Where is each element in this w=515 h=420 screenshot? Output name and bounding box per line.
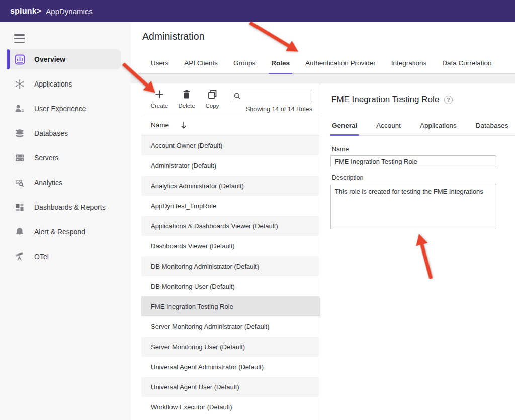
role-name: Server Monitoring Administrator (Default… [151,323,270,330]
tab-data-correlation[interactable]: Data Correlation [442,53,491,73]
copy-label: Copy [206,103,219,109]
tab-general[interactable]: General [332,116,357,135]
showing-count: Showing 14 of 14 Roles [246,106,312,113]
sidebar-item-alert-respond[interactable]: Alert & Respond [8,222,121,242]
sidebar-item-label: Overview [34,55,65,63]
sidebar-item-otel[interactable]: OTel [8,246,121,267]
help-icon[interactable]: ? [444,96,453,104]
tab-api-clients[interactable]: API Clients [184,53,218,73]
servers-icon [14,152,25,163]
sidebar-item-user-experience[interactable]: User Experience [8,99,121,119]
sidebar-item-databases[interactable]: Databases [8,123,121,143]
roles-search[interactable] [230,90,312,102]
table-row[interactable]: Server Monitoring Administrator (Default… [141,316,320,337]
table-row[interactable]: Server Monitoring User (Default) [141,337,320,357]
sidebar-item-dashboards-reports[interactable]: Dashboards & Reports [8,197,121,217]
table-row[interactable]: Account Owner (Default) [141,135,320,155]
overview-icon [14,54,25,65]
topbar: splunk> AppDynamics [0,0,515,22]
table-row[interactable]: Universal Agent User (Default) [141,377,320,397]
name-column-label: Name [151,121,169,129]
role-detail-title: FME Inegration Testing Role [331,95,439,105]
sidebar-item-label: Databases [34,129,68,137]
role-name: Server Monitoring User (Default) [151,343,245,351]
delete-button[interactable]: Delete [175,89,198,109]
sidebar-item-servers[interactable]: Servers [8,148,121,168]
table-row[interactable]: DB Monitoring User (Default) [141,276,320,296]
role-name: AppDynTest_TmpRole [151,202,216,210]
tab-groups[interactable]: Groups [233,53,255,73]
tab-users[interactable]: Users [151,53,168,73]
copy-icon [208,89,217,100]
description-field-label: Description [332,174,364,181]
role-name: Analytics Administrator (Default) [151,182,244,190]
roles-list-panel: Create Delete [141,83,320,420]
create-label: Create [151,103,168,109]
databases-icon [14,128,25,139]
tab-integrations[interactable]: Integrations [391,53,427,73]
sidebar: Overview Appli [0,22,131,420]
table-row[interactable]: Analytics Administrator (Default) [141,176,320,196]
tab-applications[interactable]: Applications [420,116,457,135]
sidebar-item-analytics[interactable]: Analytics [8,173,121,193]
table-row[interactable]: Universal Agent Administrator (Default) [141,357,320,377]
table-row[interactable]: AppDynTest_TmpRole [141,196,320,216]
sidebar-item-label: OTel [34,253,49,261]
role-detail-tabs: General Account Applications Databases [330,116,515,136]
search-input[interactable] [241,90,312,102]
tab-authentication-provider[interactable]: Authentication Provider [305,53,376,73]
role-description-textarea[interactable]: This role is created for testing the FME… [330,184,496,229]
sidebar-item-label: User Experience [34,105,87,113]
roles-toolbar: Create Delete [141,83,320,115]
sidebar-item-label: Applications [34,80,72,88]
sidebar-item-label: Dashboards & Reports [34,203,106,211]
role-name: DB Monitoring Administrator (Default) [151,263,259,270]
delete-label: Delete [178,103,195,109]
role-name: Applications & Dashboards Viewer (Defaul… [151,222,278,230]
alert-bell-icon [14,226,25,237]
main-content: Administration Users API Clients Groups … [131,22,515,420]
sidebar-item-label: Analytics [34,179,62,187]
copy-button[interactable]: Copy [201,89,224,109]
sort-descending-icon[interactable] [180,121,187,129]
table-row[interactable]: Administrator (Default) [141,155,320,176]
table-row[interactable]: Applications & Dashboards Viewer (Defaul… [141,216,320,236]
administration-tabs: Users API Clients Groups Roles Authentic… [138,53,515,74]
page-title: Administration [142,31,205,42]
table-row[interactable]: Workflow Executor (Default) [141,397,320,417]
name-column-header[interactable]: Name [141,115,320,135]
sidebar-item-overview[interactable]: Overview [8,49,121,69]
table-row-selected[interactable]: FME Inegration Testing Role [141,296,320,316]
table-row[interactable]: Dashboards Viewer (Default) [141,236,320,256]
dashboards-icon [14,202,25,213]
user-experience-icon [14,103,25,114]
sidebar-item-label: Servers [34,154,58,162]
role-name: DB Monitoring User (Default) [151,283,235,290]
table-row[interactable]: DB Monitoring Administrator (Default) [141,256,320,276]
app-screen: splunk> AppDynamics Overview [0,0,515,420]
tab-roles[interactable]: Roles [271,53,290,73]
role-name: Workflow Executor (Default) [151,403,232,411]
section-divider-band [131,74,515,83]
applications-icon [14,78,25,90]
tab-databases[interactable]: Databases [476,116,508,135]
role-name: Universal Agent User (Default) [151,383,239,391]
tab-account[interactable]: Account [376,116,401,135]
role-name: Administrator (Default) [151,162,216,170]
create-button[interactable]: Create [148,89,171,109]
hamburger-menu-icon[interactable] [14,34,25,43]
role-name-input[interactable] [330,155,496,167]
active-accent-bar [7,49,10,69]
role-name: Account Owner (Default) [151,142,222,149]
product-name: AppDynamics [46,7,93,16]
name-field-label: Name [332,146,349,153]
role-name: FME Inegration Testing Role [151,303,233,310]
plus-icon [155,89,164,100]
role-detail-panel: FME Inegration Testing Role ? General Ac… [330,83,515,420]
splunk-logo: splunk> [10,7,41,16]
sidebar-nav: Overview Appli [0,49,131,271]
otel-telescope-icon [14,251,25,262]
sidebar-item-applications[interactable]: Applications [8,74,121,94]
role-name: Universal Agent Administrator (Default) [151,363,264,371]
analytics-icon [14,177,25,188]
